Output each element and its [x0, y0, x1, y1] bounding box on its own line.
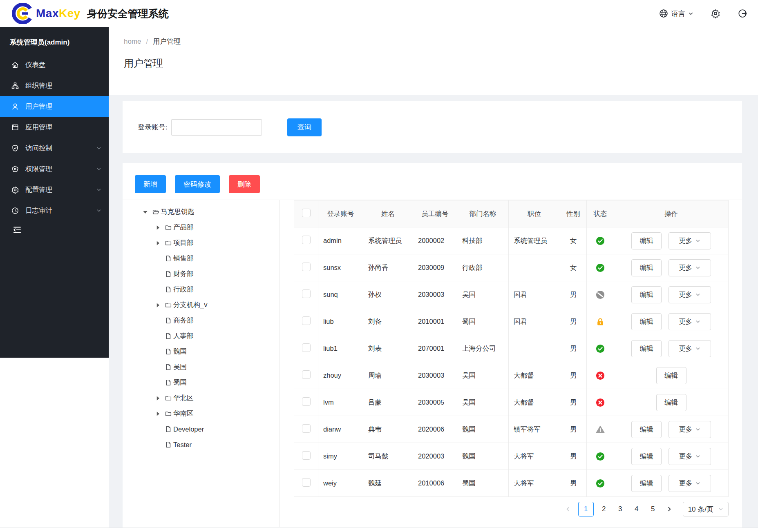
- sidebar-item-用户管理[interactable]: 用户管理: [0, 96, 109, 117]
- tree-caret-icon[interactable]: [155, 225, 161, 230]
- tree-node[interactable]: 财务部: [123, 266, 279, 282]
- pagination-page-2[interactable]: 2: [598, 502, 610, 516]
- tree-node[interactable]: 吴国: [123, 359, 279, 375]
- edit-button[interactable]: 编辑: [631, 340, 662, 357]
- app-icon: [11, 123, 19, 131]
- sidebar-item-应用管理[interactable]: 应用管理: [0, 117, 109, 138]
- tree-node[interactable]: 魏国: [123, 344, 279, 359]
- tree-node[interactable]: 分支机构_v: [123, 297, 279, 313]
- delete-button[interactable]: 删除: [229, 175, 260, 193]
- tree-node[interactable]: 产品部: [123, 220, 279, 235]
- shield-icon: [11, 144, 19, 152]
- sidebar-item-访问控制[interactable]: 访问控制: [0, 138, 109, 158]
- cell-actions: 编辑 更多: [614, 254, 729, 281]
- tree-caret-icon[interactable]: [143, 209, 148, 215]
- cell-gender: 女: [560, 227, 587, 254]
- tree-node[interactable]: 销售部: [123, 251, 279, 266]
- row-checkbox[interactable]: [302, 343, 311, 352]
- cell-status: [587, 470, 614, 497]
- tree-node[interactable]: 马克思钥匙: [123, 204, 279, 220]
- row-checkbox[interactable]: [302, 397, 311, 406]
- language-selector[interactable]: 语言: [659, 9, 693, 18]
- menu-fold-icon[interactable]: [12, 225, 22, 235]
- sidebar-item-仪表盘[interactable]: 仪表盘: [0, 54, 109, 75]
- edit-button[interactable]: 编辑: [631, 259, 662, 276]
- pagination-page-1[interactable]: 1: [578, 502, 594, 516]
- more-button[interactable]: 更多: [669, 340, 711, 357]
- edit-button[interactable]: 编辑: [631, 232, 662, 249]
- tree-node[interactable]: Tester: [123, 437, 279, 452]
- table-row: simy 司马懿 2020003 魏国 大将军 男 编辑 更多: [294, 443, 729, 470]
- file-icon: [165, 270, 172, 278]
- status-icon: [596, 425, 605, 434]
- row-checkbox[interactable]: [302, 289, 311, 298]
- select-all-checkbox[interactable]: [302, 209, 311, 217]
- tree-caret-icon[interactable]: [155, 240, 161, 246]
- search-account-input[interactable]: [171, 119, 262, 136]
- cell-position: 国君: [509, 308, 560, 335]
- more-button[interactable]: 更多: [669, 313, 711, 330]
- edit-button[interactable]: 编辑: [631, 313, 662, 330]
- chevron-down-icon: [718, 507, 723, 512]
- logout-icon[interactable]: [738, 9, 747, 18]
- cell-employee-id: 2010001: [413, 308, 457, 335]
- edit-button[interactable]: 编辑: [631, 286, 662, 303]
- cell-department: 行政部: [457, 254, 509, 281]
- row-checkbox[interactable]: [302, 478, 311, 487]
- edit-button[interactable]: 编辑: [631, 475, 662, 492]
- pagination-prev-icon[interactable]: [562, 502, 574, 516]
- brand-logo-area[interactable]: MaxKey 身份安全管理系统: [12, 3, 169, 24]
- tree-node[interactable]: 商务部: [123, 313, 279, 328]
- sidebar-item-日志审计[interactable]: 日志审计: [0, 200, 109, 221]
- sidebar-item-配置管理[interactable]: 配置管理: [0, 179, 109, 200]
- cell-department: 上海分公司: [457, 335, 509, 362]
- more-button[interactable]: 更多: [669, 232, 711, 249]
- tree-caret-icon[interactable]: [155, 396, 161, 401]
- edit-button[interactable]: 编辑: [656, 394, 686, 411]
- more-button[interactable]: 更多: [669, 421, 711, 438]
- row-checkbox[interactable]: [302, 236, 311, 244]
- search-button[interactable]: 查询: [287, 118, 322, 136]
- row-checkbox[interactable]: [302, 451, 311, 460]
- tree-node[interactable]: 华北区: [123, 390, 279, 406]
- more-button[interactable]: 更多: [669, 286, 711, 303]
- chevron-down-icon: [695, 427, 700, 432]
- tree-node[interactable]: 行政部: [123, 282, 279, 297]
- row-checkbox[interactable]: [302, 424, 311, 433]
- tree-node[interactable]: 华南区: [123, 406, 279, 421]
- pagination-page-3[interactable]: 3: [614, 502, 626, 516]
- pagination-page-5[interactable]: 5: [647, 502, 659, 516]
- sidebar-item-组织管理[interactable]: 组织管理: [0, 75, 109, 96]
- cell-name: 吕蒙: [363, 389, 413, 416]
- row-checkbox[interactable]: [302, 370, 311, 379]
- tree-node[interactable]: 项目部: [123, 235, 279, 251]
- pagination-page-4[interactable]: 4: [631, 502, 643, 516]
- tree-node[interactable]: 人事部: [123, 328, 279, 344]
- breadcrumb-home-link[interactable]: home: [124, 38, 141, 46]
- table-row: liub1 刘表 2070001 上海分公司 男 编辑 更多: [294, 335, 729, 362]
- row-checkbox[interactable]: [302, 263, 311, 271]
- change-password-button[interactable]: 密码修改: [175, 175, 220, 193]
- pagination-next-icon[interactable]: [663, 502, 675, 516]
- page-head: home / 用户管理 用户管理: [109, 27, 758, 95]
- chevron-down-icon: [688, 11, 693, 16]
- settings-gear-icon[interactable]: [711, 9, 720, 18]
- edit-button[interactable]: 编辑: [631, 421, 662, 438]
- edit-button[interactable]: 编辑: [631, 448, 662, 465]
- tree-caret-icon[interactable]: [155, 411, 161, 416]
- cell-actions: 编辑 更多: [614, 335, 729, 362]
- edit-button[interactable]: 编辑: [656, 367, 686, 384]
- page-size-select[interactable]: 10 条/页: [683, 502, 729, 516]
- more-button[interactable]: 更多: [669, 475, 711, 492]
- chevron-down-icon: [96, 146, 101, 151]
- tree-caret-icon[interactable]: [155, 303, 161, 308]
- more-button[interactable]: 更多: [669, 448, 711, 465]
- add-button[interactable]: 新增: [135, 175, 166, 193]
- tree-node[interactable]: Developer: [123, 421, 279, 437]
- tree-node[interactable]: 蜀国: [123, 375, 279, 390]
- cell-status: [587, 227, 614, 254]
- row-checkbox[interactable]: [302, 316, 311, 325]
- status-icon: [596, 236, 605, 245]
- sidebar-item-权限管理[interactable]: 权限管理: [0, 158, 109, 179]
- more-button[interactable]: 更多: [669, 259, 711, 276]
